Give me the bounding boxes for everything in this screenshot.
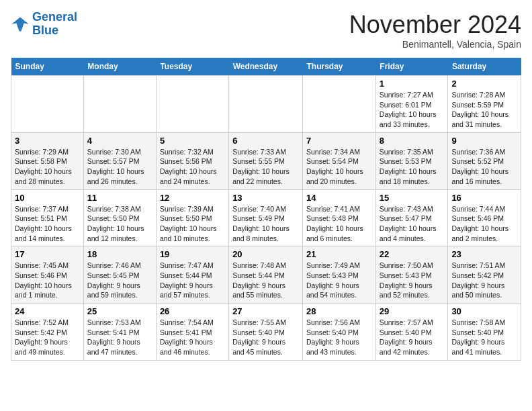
- calendar-cell: 15Sunrise: 7:43 AM Sunset: 5:47 PM Dayli…: [375, 189, 448, 246]
- calendar-cell: 7Sunrise: 7:34 AM Sunset: 5:54 PM Daylig…: [303, 132, 376, 189]
- day-number: 25: [87, 306, 152, 316]
- day-info: Sunrise: 7:43 AM Sunset: 5:47 PM Dayligh…: [380, 204, 445, 244]
- day-info: Sunrise: 7:47 AM Sunset: 5:44 PM Dayligh…: [160, 261, 225, 300]
- calendar-cell: 12Sunrise: 7:39 AM Sunset: 5:50 PM Dayli…: [156, 189, 228, 246]
- day-number: 16: [451, 193, 517, 203]
- day-number: 23: [451, 249, 517, 259]
- header-sunday: Sunday: [11, 58, 84, 76]
- day-info: Sunrise: 7:54 AM Sunset: 5:41 PM Dayligh…: [160, 318, 225, 357]
- calendar-cell: 17Sunrise: 7:45 AM Sunset: 5:46 PM Dayli…: [11, 246, 84, 304]
- day-number: 27: [232, 306, 299, 316]
- day-info: Sunrise: 7:44 AM Sunset: 5:46 PM Dayligh…: [451, 204, 517, 244]
- day-number: 24: [15, 306, 80, 316]
- day-info: Sunrise: 7:55 AM Sunset: 5:40 PM Dayligh…: [232, 318, 299, 357]
- calendar-cell: 26Sunrise: 7:54 AM Sunset: 5:41 PM Dayli…: [156, 304, 228, 361]
- calendar-cell: 10Sunrise: 7:37 AM Sunset: 5:51 PM Dayli…: [11, 189, 84, 246]
- calendar-cell: 14Sunrise: 7:41 AM Sunset: 5:48 PM Dayli…: [303, 189, 376, 246]
- page-title: November 2024: [349, 11, 521, 39]
- calendar-cell: 16Sunrise: 7:44 AM Sunset: 5:46 PM Dayli…: [448, 189, 521, 246]
- logo-general: General: [32, 10, 77, 24]
- page-header: General Blue November 2024 Benimantell, …: [11, 11, 521, 50]
- day-info: Sunrise: 7:40 AM Sunset: 5:49 PM Dayligh…: [232, 204, 299, 244]
- header-saturday: Saturday: [448, 58, 521, 76]
- calendar-cell: 30Sunrise: 7:58 AM Sunset: 5:40 PM Dayli…: [448, 304, 521, 361]
- calendar-cell: 29Sunrise: 7:57 AM Sunset: 5:40 PM Dayli…: [375, 304, 448, 361]
- logo-text: General Blue: [32, 11, 77, 38]
- calendar-cell: [11, 76, 84, 133]
- day-info: Sunrise: 7:57 AM Sunset: 5:40 PM Dayligh…: [380, 318, 445, 357]
- page-subtitle: Benimantell, Valencia, Spain: [349, 39, 521, 50]
- calendar-cell: 8Sunrise: 7:35 AM Sunset: 5:53 PM Daylig…: [375, 132, 448, 189]
- day-number: 12: [160, 193, 225, 203]
- day-number: 18: [87, 249, 152, 259]
- calendar-cell: 11Sunrise: 7:38 AM Sunset: 5:50 PM Dayli…: [83, 189, 156, 246]
- calendar-cell: 18Sunrise: 7:46 AM Sunset: 5:45 PM Dayli…: [83, 246, 156, 304]
- day-number: 6: [232, 136, 299, 146]
- day-number: 7: [306, 136, 372, 146]
- header-tuesday: Tuesday: [156, 58, 228, 76]
- logo-blue: Blue: [32, 24, 77, 38]
- calendar-cell: 2Sunrise: 7:28 AM Sunset: 5:59 PM Daylig…: [448, 76, 521, 133]
- calendar-cell: 13Sunrise: 7:40 AM Sunset: 5:49 PM Dayli…: [229, 189, 303, 246]
- day-number: 2: [451, 79, 517, 89]
- day-number: 8: [380, 136, 445, 146]
- day-info: Sunrise: 7:29 AM Sunset: 5:58 PM Dayligh…: [15, 147, 80, 187]
- day-number: 14: [306, 193, 372, 203]
- day-info: Sunrise: 7:48 AM Sunset: 5:44 PM Dayligh…: [232, 261, 299, 300]
- day-info: Sunrise: 7:34 AM Sunset: 5:54 PM Dayligh…: [306, 147, 372, 187]
- day-number: 10: [15, 193, 80, 203]
- day-info: Sunrise: 7:49 AM Sunset: 5:43 PM Dayligh…: [306, 261, 372, 300]
- day-info: Sunrise: 7:36 AM Sunset: 5:52 PM Dayligh…: [451, 147, 517, 187]
- calendar-cell: 3Sunrise: 7:29 AM Sunset: 5:58 PM Daylig…: [11, 132, 84, 189]
- day-number: 11: [87, 193, 152, 203]
- calendar-cell: 27Sunrise: 7:55 AM Sunset: 5:40 PM Dayli…: [229, 304, 303, 361]
- day-number: 13: [232, 193, 299, 203]
- day-info: Sunrise: 7:38 AM Sunset: 5:50 PM Dayligh…: [87, 204, 152, 244]
- day-info: Sunrise: 7:28 AM Sunset: 5:59 PM Dayligh…: [451, 90, 517, 130]
- calendar-week-1: 1Sunrise: 7:27 AM Sunset: 6:01 PM Daylig…: [11, 76, 521, 133]
- calendar-table: SundayMondayTuesdayWednesdayThursdayFrid…: [11, 58, 521, 361]
- day-info: Sunrise: 7:32 AM Sunset: 5:56 PM Dayligh…: [160, 147, 225, 187]
- day-number: 29: [380, 306, 445, 316]
- calendar-cell: 24Sunrise: 7:52 AM Sunset: 5:42 PM Dayli…: [11, 304, 84, 361]
- calendar-cell: [83, 76, 156, 133]
- calendar-cell: 5Sunrise: 7:32 AM Sunset: 5:56 PM Daylig…: [156, 132, 228, 189]
- day-info: Sunrise: 7:58 AM Sunset: 5:40 PM Dayligh…: [451, 318, 517, 357]
- day-number: 17: [15, 249, 80, 259]
- day-info: Sunrise: 7:33 AM Sunset: 5:55 PM Dayligh…: [232, 147, 299, 187]
- day-number: 30: [451, 306, 517, 316]
- calendar-cell: 21Sunrise: 7:49 AM Sunset: 5:43 PM Dayli…: [303, 246, 376, 304]
- calendar-cell: 19Sunrise: 7:47 AM Sunset: 5:44 PM Dayli…: [156, 246, 228, 304]
- day-number: 19: [160, 249, 225, 259]
- calendar-cell: 23Sunrise: 7:51 AM Sunset: 5:42 PM Dayli…: [448, 246, 521, 304]
- day-info: Sunrise: 7:39 AM Sunset: 5:50 PM Dayligh…: [160, 204, 225, 244]
- calendar-cell: 25Sunrise: 7:53 AM Sunset: 5:41 PM Dayli…: [83, 304, 156, 361]
- day-info: Sunrise: 7:45 AM Sunset: 5:46 PM Dayligh…: [15, 261, 80, 300]
- calendar-cell: 4Sunrise: 7:30 AM Sunset: 5:57 PM Daylig…: [83, 132, 156, 189]
- title-block: November 2024 Benimantell, Valencia, Spa…: [349, 11, 521, 50]
- day-number: 1: [380, 79, 445, 89]
- calendar-cell: 1Sunrise: 7:27 AM Sunset: 6:01 PM Daylig…: [375, 76, 448, 133]
- calendar-week-4: 17Sunrise: 7:45 AM Sunset: 5:46 PM Dayli…: [11, 246, 521, 304]
- header-wednesday: Wednesday: [229, 58, 303, 76]
- day-info: Sunrise: 7:46 AM Sunset: 5:45 PM Dayligh…: [87, 261, 152, 300]
- day-info: Sunrise: 7:52 AM Sunset: 5:42 PM Dayligh…: [15, 318, 80, 357]
- day-number: 22: [380, 249, 445, 259]
- svg-marker-0: [11, 17, 28, 31]
- calendar-cell: 6Sunrise: 7:33 AM Sunset: 5:55 PM Daylig…: [229, 132, 303, 189]
- calendar-cell: [229, 76, 303, 133]
- day-number: 9: [451, 136, 517, 146]
- calendar-cell: 20Sunrise: 7:48 AM Sunset: 5:44 PM Dayli…: [229, 246, 303, 304]
- day-info: Sunrise: 7:41 AM Sunset: 5:48 PM Dayligh…: [306, 204, 372, 244]
- day-info: Sunrise: 7:51 AM Sunset: 5:42 PM Dayligh…: [451, 261, 517, 300]
- logo: General Blue: [11, 11, 77, 38]
- calendar-cell: [156, 76, 228, 133]
- header-friday: Friday: [375, 58, 448, 76]
- day-number: 20: [232, 249, 299, 259]
- day-number: 3: [15, 136, 80, 146]
- day-number: 4: [87, 136, 152, 146]
- day-info: Sunrise: 7:53 AM Sunset: 5:41 PM Dayligh…: [87, 318, 152, 357]
- logo-bird-icon: [11, 15, 30, 34]
- calendar-cell: 22Sunrise: 7:50 AM Sunset: 5:43 PM Dayli…: [375, 246, 448, 304]
- day-number: 26: [160, 306, 225, 316]
